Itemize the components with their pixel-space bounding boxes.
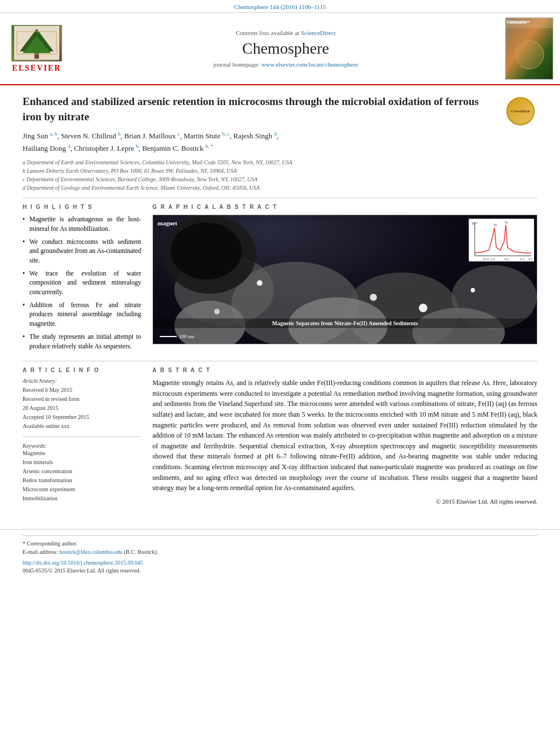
- svg-text:6.0: 6.0: [520, 257, 524, 261]
- journal-name: Chemosphere: [242, 40, 329, 58]
- keywords-list: Magnetite Iron minerals Arsenic concentr…: [23, 449, 141, 503]
- highlight-item: The study represents an initial attempt …: [23, 332, 141, 351]
- history-label: Article history:: [23, 378, 141, 384]
- svg-point-23: [214, 309, 220, 314]
- keywords-section: Keywords: Magnetite Iron minerals Arseni…: [23, 443, 141, 503]
- email-suffix: (B.C. Bostick).: [124, 549, 158, 555]
- contents-available: Contents lists available at ScienceDirec…: [235, 29, 335, 36]
- copyright-notice: © 2015 Elsevier Ltd. All rights reserved…: [152, 497, 537, 506]
- highlights-list: Magnetite is advantageous as the host-mi…: [23, 215, 141, 351]
- highlights-column: H I G H L I G H T S Magnetite is advanta…: [23, 204, 141, 354]
- svg-point-20: [257, 281, 262, 286]
- highlights-label: H I G H L I G H T S: [23, 204, 141, 210]
- article-history-block: Article history: Received 6 May 2015 Rec…: [23, 378, 141, 431]
- svg-point-24: [419, 304, 427, 312]
- affiliation-b: b Lamont-Doherty Earth Observatory, PO B…: [23, 167, 537, 175]
- footer: * Corresponding author. E-mail address: …: [0, 529, 560, 579]
- homepage-text: journal homepage:: [213, 61, 261, 68]
- article-title: Enhanced and stabilized arsenic retentio…: [23, 94, 537, 124]
- svg-point-21: [370, 294, 377, 302]
- homepage-link[interactable]: www.elsevier.com/locate/chemosphere: [261, 61, 358, 68]
- accepted-date: Accepted 10 September 2015: [23, 413, 141, 422]
- crossmark-badge: CrossMark: [504, 94, 537, 128]
- doi-link[interactable]: http://dx.doi.org/10.1016/j.chemosphere.…: [23, 560, 143, 566]
- divider-2: [23, 361, 537, 361]
- sciencedirect-link[interactable]: ScienceDirect: [301, 29, 336, 36]
- svg-rect-27: [469, 219, 534, 261]
- graphical-abstract-column: G R A P H I C A L A B S T R A C T: [152, 204, 537, 354]
- abstract-text: Magnetite strongly retains As, and is re…: [152, 378, 537, 506]
- cover-thumbnail: Chemosphere: [505, 18, 553, 80]
- highlight-item: We trace the evolution of water composit…: [23, 269, 141, 297]
- highlight-item: Magnetite is advantageous as the host-mi…: [23, 215, 141, 233]
- keyword: Arsenic concentration: [23, 467, 141, 476]
- received-date: Received 6 May 2015: [23, 386, 141, 395]
- affiliation-c: c Department of Environmental Sciences, …: [23, 175, 537, 184]
- email-link[interactable]: bostick@ldeo.columbia.edu: [59, 549, 123, 555]
- svg-text:KeV 2.0: KeV 2.0: [483, 257, 495, 261]
- received-revised-date: 28 August 2015: [23, 404, 141, 413]
- article-info-column: A R T I C L E I N F O Article history: R…: [23, 367, 141, 506]
- graphical-abstract-image: As Fe KeV 2.0 4.0 6.0 8.0 Fe²⁺ magnet Ma…: [152, 215, 537, 344]
- journal-citation: Chemosphere 144 (2016) 1106–1115: [234, 3, 326, 10]
- info-abstract-section: A R T I C L E I N F O Article history: R…: [23, 367, 537, 506]
- article-container: Enhanced and stabilized arsenic retentio…: [0, 85, 560, 525]
- scale-bar: 100 nm: [160, 334, 194, 339]
- corresponding-note: * Corresponding author.: [23, 540, 537, 547]
- contents-text: Contents lists available at: [235, 29, 300, 36]
- issn-line: 0045-6535/© 2015 Elsevier Ltd. All right…: [23, 567, 537, 574]
- elsevier-wordmark: ELSEVIER: [12, 64, 62, 73]
- abstract-label: A B S T R A C T: [152, 367, 537, 373]
- highlight-item: Addition of ferrous Fe and nitrate produ…: [23, 300, 141, 329]
- spectrum-chart: As Fe KeV 2.0 4.0 6.0 8.0 Fe²⁺: [469, 219, 533, 261]
- keywords-label: Keywords:: [23, 443, 141, 449]
- journal-title-area: Contents lists available at ScienceDirec…: [73, 18, 498, 80]
- elsevier-tree-icon: [11, 25, 62, 62]
- journal-header: ELSEVIER Contents lists available at Sci…: [0, 13, 560, 85]
- abstract-column: A B S T R A C T Magnetite strongly retai…: [152, 367, 537, 506]
- doi-line: http://dx.doi.org/10.1016/j.chemosphere.…: [23, 560, 537, 566]
- ga-bottom-label: Magnetic Separates from Nitrate-Fe(II) A…: [153, 318, 537, 328]
- divider-1: [23, 198, 537, 198]
- svg-text:4.0: 4.0: [504, 257, 509, 261]
- keyword: Iron minerals: [23, 458, 141, 467]
- keyword: Microcosm experiment: [23, 485, 141, 494]
- authors-line: Jing Sun a, b, Steven N. Chillrud b, Bri…: [23, 130, 537, 155]
- journal-citation-bar: Chemosphere 144 (2016) 1106–1115: [0, 0, 560, 13]
- svg-text:Fe²⁺: Fe²⁺: [472, 222, 478, 225]
- svg-text:Chemosphere: Chemosphere: [507, 21, 527, 24]
- article-title-text: Enhanced and stabilized arsenic retentio…: [23, 95, 479, 123]
- svg-point-26: [170, 223, 242, 280]
- affiliations: a Department of Earth and Environmental …: [23, 158, 537, 192]
- graphical-abstract-label: G R A P H I C A L A B S T R A C T: [152, 204, 537, 210]
- keyword: Immobilization: [23, 494, 141, 503]
- article-dates: Received 6 May 2015 Received in revised …: [23, 386, 141, 431]
- crossmark-text: CrossMark: [511, 109, 530, 113]
- available-online: Available online xxx: [23, 422, 141, 431]
- received-revised-label: Received in revised form: [23, 395, 141, 404]
- keyword: Redox transformation: [23, 476, 141, 485]
- svg-text:8.0: 8.0: [528, 257, 533, 261]
- highlights-graphical-section: H I G H L I G H T S Magnetite is advanta…: [23, 204, 537, 354]
- highlight-item: We conduct microcosms with sediment and …: [23, 237, 141, 265]
- svg-rect-9: [506, 18, 553, 28]
- abstract-body: Magnetite strongly retains As, and is re…: [152, 379, 537, 492]
- journal-cover-image: Chemosphere: [504, 18, 554, 80]
- email-label: E-mail address:: [23, 549, 59, 555]
- keyword: Magnetite: [23, 449, 141, 458]
- divider-keywords: [23, 436, 141, 437]
- svg-point-11: [515, 41, 544, 69]
- affiliation-a: a Department of Earth and Environmental …: [23, 158, 537, 167]
- crossmark-circle: CrossMark: [506, 97, 535, 125]
- affiliation-d: d Department of Geology and Environmenta…: [23, 184, 537, 192]
- svg-point-22: [471, 289, 475, 293]
- svg-text:Fe: Fe: [505, 221, 508, 224]
- ga-top-label: magnet: [158, 220, 177, 226]
- svg-text:As: As: [493, 223, 497, 226]
- journal-homepage: journal homepage: www.elsevier.com/locat…: [213, 61, 358, 68]
- elsevier-logo: ELSEVIER: [6, 18, 68, 80]
- scale-bar-line: [160, 336, 177, 337]
- email-line: E-mail address: bostick@ldeo.columbia.ed…: [23, 549, 537, 555]
- scale-text: 100 nm: [179, 334, 194, 339]
- article-info-label: A R T I C L E I N F O: [23, 367, 141, 373]
